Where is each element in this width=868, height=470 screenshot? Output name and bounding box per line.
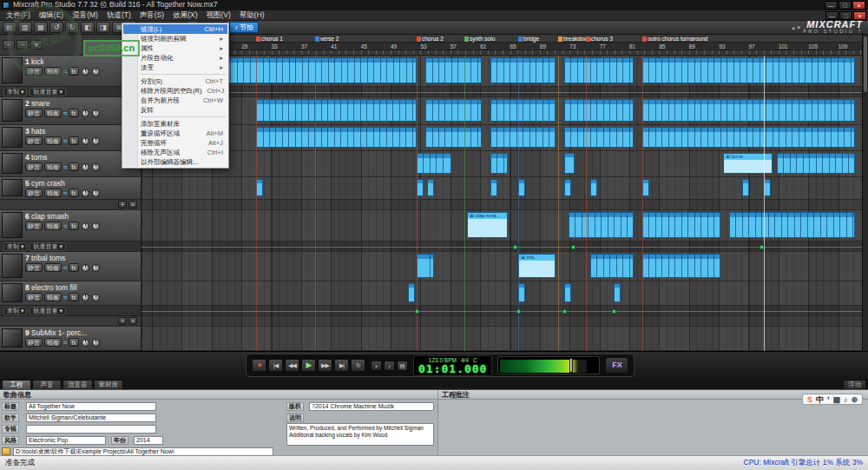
audio-clip[interactable] [564,57,634,83]
audio-clip[interactable] [642,179,649,196]
solo-button[interactable]: 独奏 [44,222,62,230]
audio-clip[interactable] [256,99,417,122]
mute-button[interactable]: 静音 [25,293,43,301]
project-notes-body[interactable] [438,400,868,455]
track-volume-selector[interactable]: 轨道音量 ▾ [30,242,65,251]
mute-button[interactable]: 静音 [25,109,43,117]
track-header[interactable]: 6 clap smash静音独奏≈fx [0,210,141,242]
menubar-item[interactable]: 效果(X) [168,10,201,20]
toolbar-button[interactable]: ↻ [65,22,79,33]
pan-knob[interactable] [82,68,89,76]
clip-lane[interactable]: ⊞ toms [141,151,868,177]
tab-float[interactable]: 浮动 [843,380,866,389]
track-fx-button[interactable]: fx [69,109,78,117]
volume-knob[interactable] [92,163,100,171]
pan-knob[interactable] [82,294,89,301]
audio-clip[interactable] [217,57,417,83]
audio-clip[interactable] [569,212,634,238]
audio-clip[interactable] [614,283,621,302]
context-menu-item[interactable]: 片段自动化▸ [123,53,227,63]
audio-clip[interactable]: ⊞ trib.. [518,254,556,278]
menubar-item[interactable]: 文件(F) [2,10,35,20]
menubar-item[interactable]: 帮助(H) [235,10,269,20]
genre-select[interactable]: Electronic Pop [26,436,106,445]
toolbar-button[interactable]: ◧ [81,22,95,33]
menubar-item[interactable]: 混音(M) [68,10,102,20]
rewind-button[interactable]: ◀◀ [285,359,299,372]
pan-knob[interactable] [82,189,89,197]
midi-keyboard-button[interactable]: ▤ [397,361,408,371]
menubar-item[interactable]: 轨道(T) [102,10,135,20]
automation-lane[interactable] [141,87,868,97]
audio-clip[interactable] [564,283,571,302]
context-menu-item[interactable]: 移除片段间的空白(R)Ctrl+J [123,86,227,96]
context-menu-item[interactable]: 反转 [123,105,227,115]
toolbar-button[interactable]: ▦ [34,22,48,33]
play-button[interactable]: ▶ [301,359,316,372]
audio-clip[interactable] [564,179,571,196]
track-fx-button[interactable]: fx [69,222,78,230]
audio-clip[interactable] [564,99,634,122]
mute-button[interactable]: 静音 [25,263,43,272]
clip-lane[interactable] [141,97,868,125]
maximize-button[interactable]: □ [838,1,852,10]
track-panel-button[interactable]: + [3,40,15,50]
solo-button[interactable]: 独奏 [44,293,62,301]
scroll-arrows-icon[interactable]: ▲▼ [791,25,801,30]
automation-node[interactable] [513,245,517,249]
timeline-marker[interactable]: chorus 2 [417,36,444,42]
mute-button[interactable]: 静音 [25,189,43,197]
timeline-marker[interactable]: outro chorus turnaround [642,36,707,42]
audio-clip[interactable] [417,179,424,196]
menubar-item[interactable]: 视图(V) [202,10,235,20]
ime-icon[interactable]: ⊕ [851,394,858,405]
track-header[interactable]: 7 tribal toms静音独奏≈fx [0,252,141,281]
audio-clip[interactable] [490,99,556,122]
track-fx-button[interactable]: fx [69,162,78,171]
record-arm-selector[interactable]: 录制 ▾ [3,242,27,251]
audio-clip[interactable] [590,179,597,196]
volume-knob[interactable] [92,294,100,301]
beats-mode-button[interactable]: ♪节拍 [229,22,259,33]
clip-lane[interactable]: ⊞ clap sma.. [141,210,868,242]
go-to-end-button[interactable]: ▶| [334,359,349,372]
tab-2[interactable]: 混音器 [62,380,93,389]
clip-grid[interactable]: ⊞ toms⊞ clap sma..⊞ trib.. [141,56,868,351]
audio-clip[interactable] [490,179,497,196]
child-restore-button[interactable]: □ [839,11,852,20]
timeline-marker[interactable]: chorus 3 [586,36,613,42]
volume-knob[interactable] [92,222,100,230]
solo-button[interactable]: 独奏 [44,162,62,171]
volume-knob[interactable] [92,189,100,197]
record-arm-selector[interactable]: 录制 ▾ [3,88,27,96]
folder-icon[interactable] [2,447,10,455]
audio-clip[interactable]: ⊞ clap sma.. [467,212,508,238]
tab-3[interactable]: 素材库 [94,380,124,389]
solo-button[interactable]: 独奏 [44,67,62,76]
context-menu-item[interactable]: 链接到新的剪辑▸ [123,34,227,43]
year-field[interactable]: 2014 [134,436,163,445]
loop-button[interactable]: ↻ [351,359,365,372]
ime-icon[interactable]: S [807,394,812,405]
add-lane-button[interactable]: + [118,317,127,325]
mute-button[interactable]: 静音 [25,338,43,347]
context-menu-item[interactable]: 以外部编辑器编辑... [123,157,227,167]
toolbar-button[interactable]: ▥ [18,22,32,33]
audio-clip[interactable] [642,212,720,238]
ime-icon[interactable]: ▦ [832,394,840,405]
timeline-marker[interactable]: synth solo [464,36,495,42]
track-header[interactable]: 5 cym crash静音独奏≈fx [0,177,141,200]
audio-clip[interactable] [777,153,855,174]
audio-clip[interactable] [427,179,434,196]
audio-clip[interactable] [256,179,263,196]
track-volume-selector[interactable]: 轨道音量 ▾ [30,88,65,96]
solo-button[interactable]: 独奏 [44,109,62,117]
metronome-button[interactable]: ♪ [384,361,395,371]
clip-lane[interactable] [141,56,868,87]
timeline-marker[interactable]: bridge [518,36,539,42]
solo-button[interactable]: 独奏 [44,189,62,197]
audio-clip[interactable] [642,57,855,83]
context-menu-item[interactable]: 移除无声区域Ctrl+I [123,148,227,157]
clip-lane[interactable] [141,177,868,200]
audio-clip[interactable] [742,179,749,196]
